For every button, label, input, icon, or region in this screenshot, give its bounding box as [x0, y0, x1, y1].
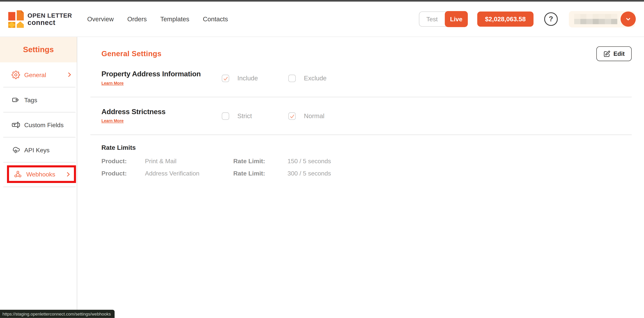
chevron-down-icon [625, 16, 631, 22]
rate-limits-heading: Rate Limits [102, 144, 632, 152]
product-value: Print & Mail [145, 157, 233, 164]
setting-options: Strict Normal [222, 107, 355, 124]
product-label: Product: [102, 170, 145, 177]
setting-row-head: Property Address Information Learn More [90, 70, 222, 86]
sidebar-title: Settings [0, 37, 77, 62]
balance-button[interactable]: $2,028,063.58 [477, 11, 534, 27]
tag-icon [12, 95, 20, 104]
question-mark-icon: ? [549, 15, 553, 23]
top-header: OPEN LETTER connect Overview Orders Temp… [0, 2, 644, 37]
input-field-icon [12, 120, 20, 129]
app-window: OPEN LETTER connect Overview Orders Temp… [0, 0, 644, 318]
env-toggle-test[interactable]: Test [419, 15, 445, 22]
sidebar-item-tags[interactable]: Tags [0, 87, 77, 112]
option-label: Exclude [304, 75, 326, 82]
option-normal: Normal [288, 108, 355, 124]
learn-more-link[interactable]: Learn More [102, 81, 124, 85]
option-label: Strict [237, 112, 252, 120]
general-settings-panel: General Settings Edit Property Address I… [77, 37, 644, 318]
option-exclude: Exclude [288, 71, 355, 86]
sidebar-item-webhooks[interactable]: Webhooks [7, 165, 76, 183]
setting-row-property-address: Property Address Information Learn More … [90, 61, 632, 97]
option-include: Include [222, 71, 288, 86]
webhook-icon [14, 170, 22, 179]
rate-limit-label: Rate Limit: [233, 170, 288, 177]
app-logo[interactable]: OPEN LETTER connect [8, 10, 72, 28]
sidebar-item-label: API Keys [24, 146, 50, 153]
option-strict: Strict [222, 108, 288, 124]
window-top-strip [0, 0, 644, 2]
product-label: Product: [102, 157, 145, 164]
edit-pencil-icon [603, 50, 610, 57]
sidebar-divider [3, 187, 76, 187]
logo-mark-icon [8, 10, 24, 28]
rate-limit-value: 150 / 5 seconds [288, 157, 632, 164]
sidebar-item-api-keys[interactable]: API Keys [0, 138, 77, 162]
check-icon [223, 76, 228, 81]
sidebar-item-label: Tags [24, 96, 37, 103]
check-icon [289, 113, 295, 119]
nav-contacts[interactable]: Contacts [203, 15, 228, 23]
user-caret-circle[interactable] [620, 11, 636, 26]
chevron-right-icon [65, 171, 72, 177]
edit-button[interactable]: Edit [596, 46, 632, 61]
chevron-right-icon [66, 71, 72, 78]
nav-orders[interactable]: Orders [127, 15, 147, 23]
setting-heading: Property Address Information [102, 70, 222, 78]
user-menu[interactable] [569, 11, 635, 27]
learn-more-link[interactable]: Learn More [102, 118, 124, 123]
include-checkbox[interactable] [222, 75, 229, 82]
gear-icon [12, 70, 20, 79]
user-name-redacted [574, 14, 617, 24]
cloud-gear-icon [12, 145, 20, 154]
rate-limits-table: Product: Print & Mail Rate Limit: 150 / … [102, 157, 632, 177]
panel-title-row: General Settings Edit [90, 46, 632, 61]
sidebar-item-label: Custom Fields [24, 121, 64, 128]
logo-line2: connect [28, 19, 72, 26]
rate-limit-value: 300 / 5 seconds [288, 170, 632, 177]
rate-limits-section: Rate Limits Product: Print & Mail Rate L… [90, 135, 632, 177]
exclude-checkbox[interactable] [288, 75, 296, 82]
header-right-controls: Test Live $2,028,063.58 ? [419, 11, 635, 27]
edit-button-label: Edit [614, 50, 625, 57]
sidebar-item-general[interactable]: General [0, 62, 77, 87]
page-title: General Settings [102, 49, 162, 58]
logo-text: OPEN LETTER connect [28, 12, 72, 26]
setting-heading: Address Strictness [102, 107, 222, 116]
settings-sidebar: Settings General Tags [0, 37, 77, 318]
normal-checkbox[interactable] [288, 112, 296, 120]
help-button[interactable]: ? [544, 12, 558, 26]
rate-limit-label: Rate Limit: [233, 157, 288, 164]
setting-row-head: Address Strictness Learn More [90, 107, 222, 124]
setting-row-address-strictness: Address Strictness Learn More Strict [90, 97, 632, 135]
logo-line1: OPEN LETTER [28, 12, 72, 18]
nav-templates[interactable]: Templates [160, 15, 189, 23]
env-toggle: Test Live [419, 11, 468, 27]
strict-checkbox[interactable] [222, 112, 229, 120]
option-label: Normal [304, 112, 324, 120]
sidebar-item-webhooks-slot: Webhooks [0, 162, 77, 187]
app-body: Settings General Tags [0, 37, 644, 318]
main-nav: Overview Orders Templates Contacts [87, 15, 228, 23]
setting-options: Include Exclude [222, 70, 355, 86]
product-value: Address Verification [145, 170, 233, 177]
sidebar-item-label: Webhooks [26, 171, 55, 178]
option-label: Include [237, 75, 258, 82]
status-url-tooltip: https://staging.openletterconnect.com/se… [0, 310, 114, 318]
nav-overview[interactable]: Overview [87, 15, 114, 23]
sidebar-item-label: General [24, 71, 46, 78]
env-toggle-live[interactable]: Live [445, 11, 468, 27]
sidebar-item-custom-fields[interactable]: Custom Fields [0, 112, 77, 137]
